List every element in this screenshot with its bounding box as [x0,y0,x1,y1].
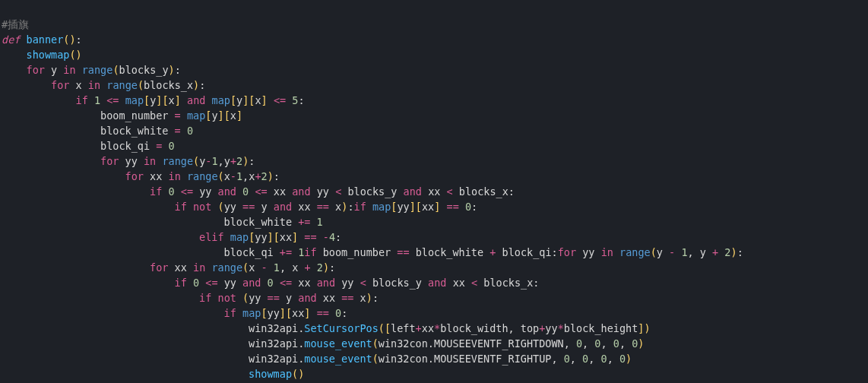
code-line: if map[yy][xx] == 0: [2,307,347,319]
code-line: block_white = 0 [2,125,193,137]
code-line: for yy in range(y-1,y+2): [2,155,255,167]
code-line: for y in range(blocks_y): [2,64,181,76]
code-line: for xx in range(x-1,x+2): [2,170,280,182]
code-line: block_white += 1 [2,216,323,228]
code-line: for xx in range(x - 1, x + 2): [2,261,335,274]
code-line: if 0 <= yy and 0 <= xx and yy < blocks_y… [2,277,539,289]
code-line: if 0 <= yy and 0 <= xx and yy < blocks_y… [2,185,515,198]
code-line: if not (yy == y and xx == x): [2,292,379,304]
code-line: showmap() [2,49,82,61]
code-line: if not (yy == y and xx == x):if map[yy][… [2,201,477,213]
code-line: for x in range(blocks_x): [2,79,205,91]
code-line: block_qi = 0 [2,140,175,152]
code-line: def banner(): [2,33,82,46]
code-line: #插旗 [2,18,29,30]
code-line: win32api.mouse_event(win32con.MOUSEEVENT… [2,353,632,365]
code-line: showmap() [2,368,304,380]
code-line: win32api.SetCursorPos([left+xx*block_wid… [2,322,651,334]
code-line: elif map[yy][xx] == -4: [2,231,341,243]
code-editor[interactable]: #插旗 def banner(): showmap() for y in ran… [0,0,868,381]
code-line: win32api.mouse_event(win32con.MOUSEEVENT… [2,337,644,350]
comment: #插旗 [2,18,29,30]
code-line: boom_number = map[y][x] [2,109,242,122]
code-line: block_qi += 1if boom_number == block_whi… [2,246,743,258]
code-line: if 1 <= map[y][x] and map[y][x] <= 5: [2,94,305,106]
